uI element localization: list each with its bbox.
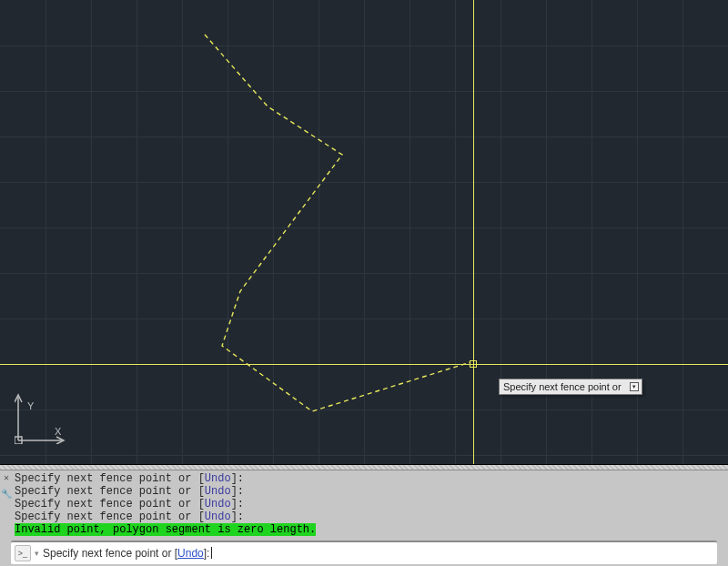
wrench-icon[interactable]: 🔧 — [1, 489, 12, 501]
tooltip-dropdown-icon[interactable]: ▾ — [630, 382, 639, 391]
history-line: Specify next fence point or [Undo]: — [15, 510, 728, 523]
command-line-panel: ✕ 🔧 Specify next fence point or [Undo]:S… — [0, 464, 728, 566]
history-line: Specify next fence point or [Undo]: — [15, 472, 728, 485]
ucs-y-label: Y — [27, 400, 35, 411]
prompt-icon[interactable]: >_ — [15, 545, 31, 561]
tooltip-text: Specify next fence point or — [503, 381, 622, 392]
ucs-icon: Y X — [15, 389, 69, 444]
text-caret — [211, 547, 212, 559]
crosshair-pickbox — [470, 360, 477, 368]
chevron-down-icon[interactable]: ▾ — [35, 549, 39, 558]
close-icon[interactable]: ✕ — [4, 472, 9, 485]
command-history[interactable]: ✕ 🔧 Specify next fence point or [Undo]:S… — [0, 470, 728, 541]
drawing-viewport[interactable]: Specify next fence point or ▾ Y X — [0, 0, 728, 464]
command-input-row[interactable]: >_ ▾ Specify next fence point or [Undo]: — [11, 541, 717, 564]
prompt-post: ]: — [204, 547, 210, 560]
history-line: Specify next fence point or [Undo]: — [15, 485, 728, 498]
dynamic-input-tooltip[interactable]: Specify next fence point or ▾ — [499, 379, 642, 395]
prompt-link-undo[interactable]: Undo — [177, 547, 204, 560]
prompt-pre: Specify next fence point or [ — [43, 547, 177, 560]
history-error-line: Invalid point, polygon segment is zero l… — [15, 523, 728, 536]
command-prompt-text: Specify next fence point or [Undo]: — [43, 547, 209, 560]
crosshair-horizontal — [0, 364, 728, 365]
history-line: Specify next fence point or [Undo]: — [15, 498, 728, 510]
crosshair-vertical — [473, 0, 474, 464]
ucs-x-label: X — [55, 426, 62, 437]
